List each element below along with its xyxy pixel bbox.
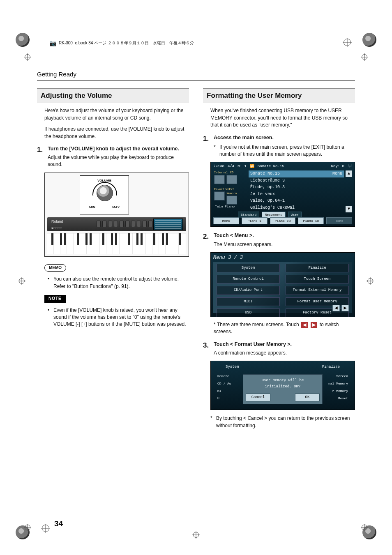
page-prev-button[interactable]: ◀ (332, 305, 340, 311)
song-list: Sonate No.15 Menu Liebesträume 3 Étude, … (249, 170, 344, 211)
thumb-internal[interactable] (214, 175, 225, 184)
bg-item: Reset (328, 395, 348, 402)
bullet-dot-icon: • (48, 307, 50, 328)
step-title: Turn the [VOLUME] knob to adjust the ove… (48, 145, 189, 152)
asterisk-icon: * (214, 322, 217, 327)
volume-illustration: VOLUME MIN MAX Roland ▣◻◻◻◻ (44, 173, 189, 257)
page-next-button[interactable]: ▶ (341, 305, 349, 311)
menu-item-touch-screen[interactable]: Touch Screen (286, 275, 349, 283)
menu-item-system[interactable]: System (217, 264, 280, 272)
note-text: Even if the [VOLUME] knob is raised, you… (53, 307, 189, 328)
thumb-ext-memory[interactable] (226, 196, 237, 205)
thumb-label: Favorites (214, 187, 225, 191)
song-item[interactable]: Golliwog's Cakewal (249, 205, 344, 212)
head-rule (37, 81, 355, 81)
menu-item-cd-audio-port[interactable]: CD/Audio Port (217, 286, 280, 295)
running-head: Getting Ready (37, 70, 355, 79)
dialog-line-2: initialized. OK? (246, 384, 320, 389)
asterisk-icon: * (214, 144, 217, 158)
menu-button[interactable]: Menu (213, 217, 239, 225)
menu-item-finalize[interactable]: Finalize (286, 264, 349, 272)
tempo-label: ♩=138 (213, 164, 224, 169)
menu-item-format-external-memory[interactable]: Format External Memory (286, 286, 349, 295)
menu-item-remote-control[interactable]: Remote Control (217, 275, 280, 283)
bg-label-right: Finalize (322, 364, 340, 370)
dialog-line-1: User memory will be (246, 378, 320, 383)
panel-buttons-icon (97, 221, 152, 227)
tone-button[interactable]: Piano 1w (270, 217, 296, 225)
source-thumbs: Internal CD Favorites (214, 170, 243, 207)
bg-left-col: Remote CD / Au MI U (217, 373, 231, 402)
volume-dial-icon (97, 185, 113, 201)
left-column: Adjusting the Volume Here's how to adjus… (37, 88, 189, 429)
memo-label: MEMO (44, 264, 66, 272)
bg-item: MI (217, 387, 231, 395)
scroll-up-button[interactable]: ▲ (346, 170, 352, 177)
device-screenshot-main: ♩=138 4/4 M: 1 🔁 Sonate No.15 Key: 0 🎶 I… (210, 162, 355, 227)
timesig-label: 4/4 (228, 164, 234, 169)
right-step-2: 2. Touch < Menu >. The Menu screen appea… (203, 232, 355, 248)
memo-text: You can also use the remote control to a… (53, 276, 189, 290)
thumb-cd[interactable] (226, 175, 237, 184)
right-intro: When you've finished connecting USB memo… (210, 107, 355, 129)
menu-item-midi[interactable]: MIDI (217, 297, 280, 306)
left-intro-1: Here's how to adjust the volume of your … (44, 107, 189, 122)
step1-footnote: * If you're not at the main screen, pres… (214, 144, 355, 158)
page-number: 34 (54, 518, 63, 530)
right-step-3: 3. Touch < Format User Memory >. A confi… (203, 341, 355, 357)
cancel-button[interactable]: Cancel (246, 394, 270, 401)
song-item[interactable]: Liebesträume 3 (249, 177, 344, 184)
key-label: Key: 0 (331, 164, 344, 169)
step1-note: If you're not at the main screen, press … (219, 144, 355, 158)
bottom-buttons: Menu Piano 1 Piano 1w Piano 1d Tone (213, 217, 352, 225)
tone-button[interactable]: Piano 1d (298, 217, 324, 225)
piano-keys-icon (47, 233, 186, 254)
bg-right-col: Screen nal Memory r Memory Reset (328, 373, 348, 402)
tone-button[interactable]: Piano 1 (242, 217, 267, 225)
step-number: 1. (203, 134, 210, 158)
step-title: Touch < Format User Memory >. (214, 341, 355, 348)
repeat-icon: 🔁 (250, 164, 254, 169)
thumb-label: Internal (214, 170, 225, 175)
step-number: 1. (37, 145, 44, 168)
heading-formatting-user-memory: Formatting the User Memory (203, 88, 355, 104)
bg-item: U (217, 395, 231, 402)
tone-button-dim[interactable]: Tone (326, 217, 352, 225)
step-number: 2. (203, 232, 210, 248)
cancel-note-text: By touching < Cancel > you can return to… (216, 415, 355, 429)
bg-label-left: System (226, 364, 239, 370)
step-number: 3. (203, 341, 210, 357)
menu-switch-note: * There are three menu screens. Touch ◀ … (203, 321, 355, 336)
step-title: Access the main screen. (214, 134, 355, 141)
thumb-label: Ext Memory (226, 187, 237, 196)
memo-bullet: • You can also use the remote control to… (37, 276, 189, 290)
arrow-right-icon: ▶ (311, 322, 317, 328)
keyboard-panel: Roland ▣◻◻◻◻ (47, 217, 186, 231)
brand-label: Roland (51, 219, 63, 224)
step-title: Touch < Menu >. (214, 232, 355, 239)
bg-item: Remote (217, 373, 231, 380)
ok-button[interactable]: OK (295, 394, 320, 401)
song-name: Sonate No.15 (250, 171, 280, 177)
thumb-favorites[interactable] (214, 191, 225, 200)
step-note: Adjust the volume while you play the key… (48, 154, 189, 168)
print-meta-header: 📷 RK-300_e.book 34 ページ ２００８年９月１０日 水曜日 午後… (49, 39, 194, 47)
note-bullet: • Even if the [VOLUME] knob is raised, y… (37, 307, 189, 328)
song-badge: Menu (332, 171, 342, 177)
left-intro-2: If headphones are connected, use the [VO… (44, 126, 189, 140)
step-note: A confirmation message appears. (214, 350, 355, 357)
menu-item-usb[interactable]: USB (217, 309, 280, 317)
song-item-selected[interactable]: Sonate No.15 Menu (249, 170, 344, 177)
menu-pager: ◀ ▶ (332, 305, 349, 311)
song-item[interactable]: Je te veux (249, 191, 344, 198)
twin-piano-label: Twin Piano (215, 204, 235, 209)
song-item[interactable]: Étude, op.10-3 (249, 184, 344, 191)
bg-item: nal Memory (328, 380, 348, 387)
song-item[interactable]: Valse, Op.64-1 (249, 198, 344, 205)
heading-adjusting-volume: Adjusting the Volume (37, 88, 189, 104)
camera-icon: 📷 (49, 39, 56, 47)
switch-text-a: There are three menu screens. Touch (217, 322, 299, 327)
volume-min-label: MIN (89, 205, 95, 210)
device-screenshot-confirm: System Finalize Remote CD / Au MI U Scre… (210, 361, 355, 410)
thumb-label: CD (226, 170, 237, 175)
